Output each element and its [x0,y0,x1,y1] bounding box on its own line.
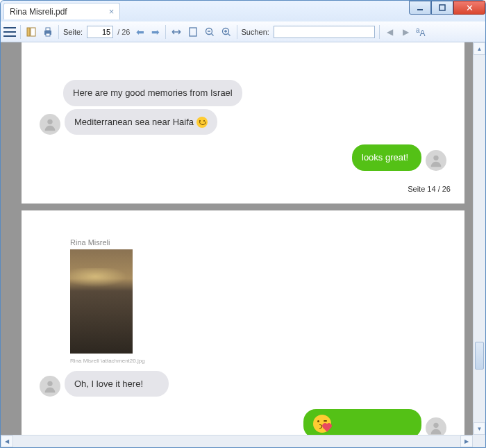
document-tab[interactable]: Rina Misreli.pdf × [3,3,120,19]
chat-row: Mediterranean sea near Haifa [35,109,451,135]
divider [20,25,21,39]
print-icon[interactable] [42,26,54,38]
scroll-right-icon[interactable]: ▶ [460,435,473,447]
scroll-corner [473,435,485,447]
scroll-track[interactable] [13,435,460,447]
chat-bubble-outgoing: looks great! [352,144,421,171]
chat-bubble-incoming: Here are my good memories from Israel [63,80,242,106]
svg-point-13 [433,423,438,428]
svg-point-12 [47,381,52,386]
chat-row: Oh, I love it here! [35,371,451,397]
avatar-icon [40,376,60,397]
close-button[interactable]: ✕ [453,1,485,15]
message-text: Here are my good memories from Israel [73,88,233,98]
toolbar: Seite: / 26 ⬅ ➡ Suchen: ◀ ▶ aA [1,22,485,42]
vertical-scrollbar[interactable]: ▲ ▼ [473,42,485,435]
kiss-emoji-icon [313,415,331,433]
app-window: Rina Misreli.pdf × ✕ Seite: / 26 ⬅ ➡ [0,0,486,448]
zoom-in-icon[interactable] [220,26,233,38]
prev-page-icon[interactable]: ⬅ [135,26,146,38]
maximize-button[interactable] [431,1,453,15]
sender-name: Rina Misreli [70,238,451,247]
message-text: Mediterranean sea near Haifa [74,117,196,127]
scroll-left-icon[interactable]: ◀ [1,435,13,447]
svg-rect-6 [46,33,50,36]
chat-row: looks great! [35,144,451,171]
svg-rect-7 [190,28,196,36]
message-text: looks great! [362,152,408,163]
pdf-page-15: Rina Misreli Rina Misreli \attachment20.… [22,210,464,447]
chat-row [35,409,451,438]
page-total: / 26 [117,28,130,36]
scroll-up-icon[interactable]: ▲ [474,42,485,55]
chat-bubble-incoming: Mediterranean sea near Haifa [65,109,217,135]
scroll-down-icon[interactable]: ▼ [474,422,485,435]
divider [379,25,380,39]
document-scroll[interactable]: Here are my good memories from Israel Me… [1,42,485,447]
fit-page-icon[interactable] [187,26,199,38]
fit-width-icon[interactable] [170,26,183,38]
attachment-caption: Rina Misreli \attachment20.jpg [70,358,451,364]
page-label: Seite: [63,28,83,36]
svg-rect-0 [417,9,423,10]
zoom-out-icon[interactable] [203,26,216,38]
menu-icon[interactable] [3,27,16,37]
sidebar-toggle-icon[interactable] [25,26,37,38]
svg-point-11 [433,155,438,160]
tab-title: Rina Misreli.pdf [10,7,67,17]
document-viewport: Here are my good memories from Israel Me… [1,42,485,447]
tab-close-icon[interactable]: × [109,6,115,17]
window-controls: ✕ [409,1,485,15]
smile-emoji-icon [196,117,208,128]
svg-rect-2 [27,28,30,36]
svg-rect-5 [46,28,50,31]
match-case-icon[interactable]: aA [416,26,426,38]
minimize-button[interactable] [409,1,431,15]
chat-bubble-outgoing [303,409,421,438]
divider [58,25,59,39]
scroll-track[interactable] [474,55,485,422]
search-input[interactable] [274,26,375,38]
message-text: Oh, I love it here! [74,379,143,389]
svg-rect-1 [439,5,445,10]
chat-bubble-incoming: Oh, I love it here! [65,371,169,397]
scroll-thumb[interactable] [475,342,484,370]
chat-row: Here are my good memories from Israel [63,80,451,106]
search-label: Suchen: [242,28,269,36]
attachment-image [70,249,133,354]
page-footer: Seite 14 / 26 [35,185,451,193]
horizontal-scrollbar[interactable]: ◀ ▶ [1,435,473,447]
svg-point-10 [47,119,52,124]
pdf-page-14: Here are my good memories from Israel Me… [22,42,464,204]
next-page-icon[interactable]: ➡ [150,26,161,38]
svg-rect-3 [31,28,35,36]
titlebar[interactable]: Rina Misreli.pdf × ✕ [1,1,485,22]
page-number-input[interactable] [87,26,113,38]
avatar-icon [40,114,60,135]
avatar-icon [426,150,446,171]
divider [237,25,237,39]
divider [165,25,166,39]
attachment [70,249,451,354]
search-next-icon[interactable]: ▶ [400,27,412,37]
search-prev-icon[interactable]: ◀ [384,27,396,37]
